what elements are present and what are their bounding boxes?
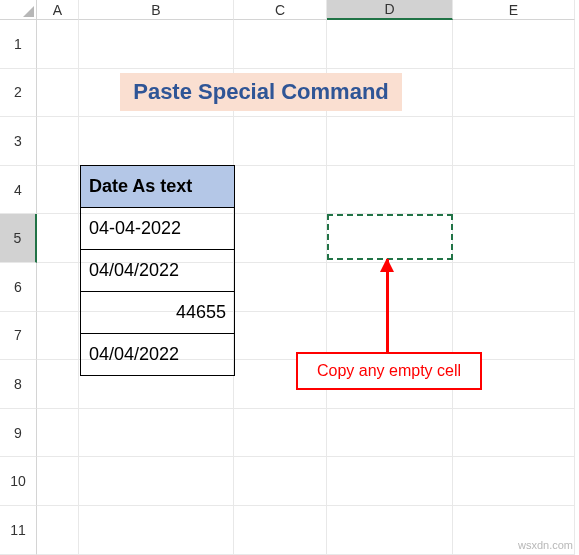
row-header-5[interactable]: 5 <box>0 214 37 263</box>
cell-a10[interactable] <box>37 457 79 506</box>
cell-d4[interactable] <box>327 166 453 215</box>
cell-c6[interactable] <box>234 263 327 312</box>
table-row[interactable]: 04-04-2022 <box>81 208 234 250</box>
column-headers: A B C D E <box>37 0 575 20</box>
col-header-c[interactable]: C <box>234 0 327 20</box>
cell-d1[interactable] <box>327 20 453 69</box>
col-header-d[interactable]: D <box>327 0 453 20</box>
cell-a11[interactable] <box>37 506 79 555</box>
cell-c4[interactable] <box>234 166 327 215</box>
cell-b10[interactable] <box>79 457 234 506</box>
cell-b3[interactable] <box>79 117 234 166</box>
col-header-a[interactable]: A <box>37 0 79 20</box>
cell-c10[interactable] <box>234 457 327 506</box>
cell-a3[interactable] <box>37 117 79 166</box>
copy-selection-marquee[interactable] <box>327 214 453 260</box>
cell-c9[interactable] <box>234 409 327 458</box>
cell-b1[interactable] <box>79 20 234 69</box>
row-header-8[interactable]: 8 <box>0 360 37 409</box>
cell-c1[interactable] <box>234 20 327 69</box>
col-header-e[interactable]: E <box>453 0 575 20</box>
cell-a8[interactable] <box>37 360 79 409</box>
cell-e3[interactable] <box>453 117 575 166</box>
spreadsheet-grid: A B C D E 1 2 3 4 5 6 7 8 9 10 11 <box>0 0 579 555</box>
table-header[interactable]: Date As text <box>81 166 234 208</box>
row-headers: 1 2 3 4 5 6 7 8 9 10 11 <box>0 20 37 555</box>
row-header-3[interactable]: 3 <box>0 117 37 166</box>
cell-d9[interactable] <box>327 409 453 458</box>
cell-e4[interactable] <box>453 166 575 215</box>
cell-d11[interactable] <box>327 506 453 555</box>
table-row[interactable]: 04/04/2022 <box>81 334 234 375</box>
cell-c3[interactable] <box>234 117 327 166</box>
select-all-corner[interactable] <box>0 0 37 20</box>
row-header-7[interactable]: 7 <box>0 312 37 361</box>
row-header-2[interactable]: 2 <box>0 69 37 118</box>
cell-b11[interactable] <box>79 506 234 555</box>
row-header-1[interactable]: 1 <box>0 20 37 69</box>
cell-a1[interactable] <box>37 20 79 69</box>
watermark: wsxdn.com <box>518 539 573 551</box>
annotation-arrow <box>386 259 389 352</box>
cell-d10[interactable] <box>327 457 453 506</box>
annotation-callout: Copy any empty cell <box>296 352 482 390</box>
cell-e5[interactable] <box>453 214 575 263</box>
cell-c5[interactable] <box>234 214 327 263</box>
cell-a9[interactable] <box>37 409 79 458</box>
table-row[interactable]: 44655 <box>81 292 234 334</box>
cell-b9[interactable] <box>79 409 234 458</box>
cell-a7[interactable] <box>37 312 79 361</box>
table-row[interactable]: 04/04/2022 <box>81 250 234 292</box>
row-header-11[interactable]: 11 <box>0 506 37 555</box>
cell-e2[interactable] <box>453 69 575 118</box>
page-title: Paste Special Command <box>120 73 402 111</box>
row-header-6[interactable]: 6 <box>0 263 37 312</box>
cell-e9[interactable] <box>453 409 575 458</box>
data-table: Date As text 04-04-2022 04/04/2022 44655… <box>80 165 235 376</box>
cell-e1[interactable] <box>453 20 575 69</box>
cell-a5[interactable] <box>37 214 79 263</box>
row-header-10[interactable]: 10 <box>0 457 37 506</box>
row-header-9[interactable]: 9 <box>0 409 37 458</box>
cell-a2[interactable] <box>37 69 79 118</box>
cell-e10[interactable] <box>453 457 575 506</box>
cell-a6[interactable] <box>37 263 79 312</box>
col-header-b[interactable]: B <box>79 0 234 20</box>
cell-e6[interactable] <box>453 263 575 312</box>
row-header-4[interactable]: 4 <box>0 166 37 215</box>
cell-c11[interactable] <box>234 506 327 555</box>
cell-d3[interactable] <box>327 117 453 166</box>
cell-a4[interactable] <box>37 166 79 215</box>
